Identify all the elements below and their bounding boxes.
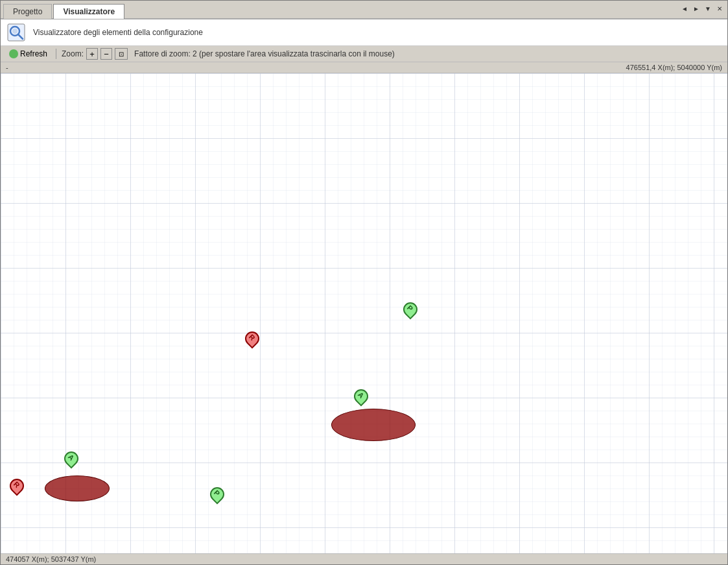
zoom-label: Zoom: [62,49,84,58]
pin-a2: A [354,389,368,407]
marker-p1[interactable]: P [210,487,224,505]
zoom-info-text: Fattore di zoom: 2 (per spostare l'area … [134,49,395,58]
zoom-in-button[interactable]: + [86,48,98,60]
pin-a1: A [64,451,78,470]
coord-top-right-text: 476551,4 X(m); 5040000 Y(m) [626,64,722,71]
svg-rect-5 [1,73,727,553]
marker-p2[interactable]: P [403,302,417,320]
coord-bar-top: - 476551,4 X(m); 5040000 Y(m) [1,62,727,73]
header-toolbar: Visualizzatore degli elementi della conf… [1,19,727,46]
close-btn[interactable]: ✕ [714,3,725,14]
marker-a1[interactable]: A [64,451,78,470]
menu-btn[interactable]: ▼ [703,3,713,14]
window-controls: ◄ ► ▼ ✕ [679,3,725,14]
pin-r1: R [10,479,24,497]
app-icon [6,22,27,43]
refresh-icon [9,49,18,58]
zoom-fit-button[interactable]: ⊡ [115,48,128,60]
area-ellipse-2 [331,409,416,441]
pin-p1: P [210,487,224,505]
marker-a2[interactable]: A [354,389,368,407]
main-window: Progetto Visualizzatore ◄ ► ▼ ✕ Visualiz… [0,0,728,565]
coord-top-left-text: - [6,64,626,71]
tab-progetto[interactable]: Progetto [3,4,52,19]
area-ellipse-1 [45,475,110,501]
marker-r2[interactable]: R [245,331,259,350]
toolbar-title: Visualizzatore degli elementi della conf… [33,28,203,37]
refresh-button[interactable]: Refresh [6,48,51,60]
pin-p2: P [403,302,417,320]
fit-icon: ⊡ [119,51,124,58]
next-btn[interactable]: ► [691,3,701,14]
separator-1 [56,49,56,59]
coord-bar-bottom: 474057 X(m); 5037437 Y(m) [1,553,727,564]
tab-bar: Progetto Visualizzatore ◄ ► ▼ ✕ [1,1,727,19]
coord-bottom-text: 474057 X(m); 5037437 Y(m) [6,555,96,563]
marker-r1[interactable]: R [10,479,24,497]
zoom-out-button[interactable]: − [100,48,112,60]
svg-point-2 [12,29,18,34]
prev-btn[interactable]: ◄ [679,3,690,14]
tab-visualizzatore[interactable]: Visualizzatore [53,4,124,19]
grid-svg [1,73,727,553]
action-toolbar: Refresh Zoom: + − ⊡ Fattore di zoom: 2 (… [1,46,727,62]
map-canvas[interactable]: R A P R P [1,73,727,553]
pin-r2: R [245,331,259,350]
